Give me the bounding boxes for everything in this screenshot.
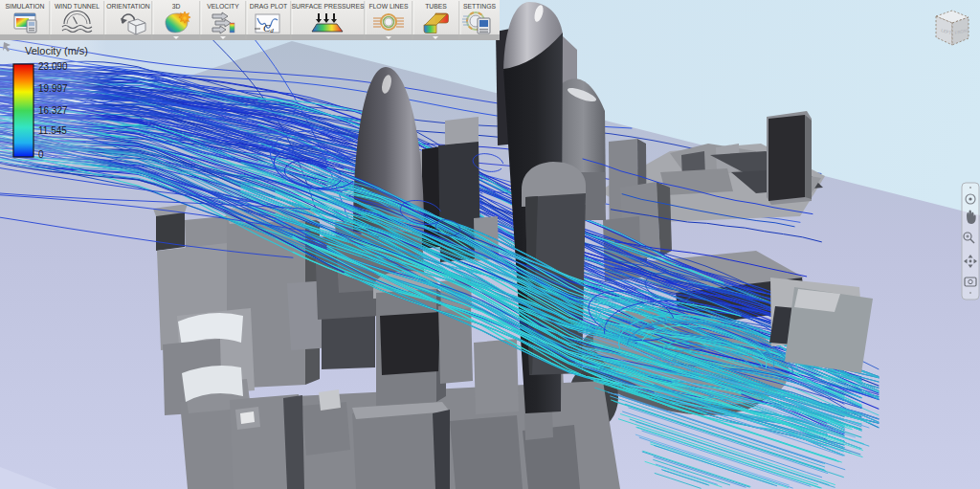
svg-text:19.997: 19.997 [38, 83, 68, 94]
svg-text:11.545: 11.545 [38, 125, 67, 136]
svg-text:DRAG PLOT: DRAG PLOT [250, 3, 287, 10]
svg-text:23.090: 23.090 [38, 61, 68, 72]
svg-text:3D: 3D [172, 3, 181, 10]
svg-text:SURFACE PRESSURES: SURFACE PRESSURES [292, 3, 365, 10]
svg-text:TUBES: TUBES [425, 3, 447, 10]
svg-text:SIMULATION: SIMULATION [5, 3, 44, 10]
svg-text:FLOW LINES: FLOW LINES [368, 3, 409, 10]
svg-text:16.327: 16.327 [38, 105, 68, 116]
svg-text:0: 0 [38, 149, 44, 160]
svg-text:VELOCITY: VELOCITY [207, 3, 239, 10]
svg-text:Velocity (m/s): Velocity (m/s) [25, 45, 88, 56]
svg-text:ORIENTATION: ORIENTATION [106, 3, 150, 10]
svg-text:SETTINGS: SETTINGS [463, 3, 496, 10]
svg-text:WIND TUNNEL: WIND TUNNEL [55, 3, 100, 10]
